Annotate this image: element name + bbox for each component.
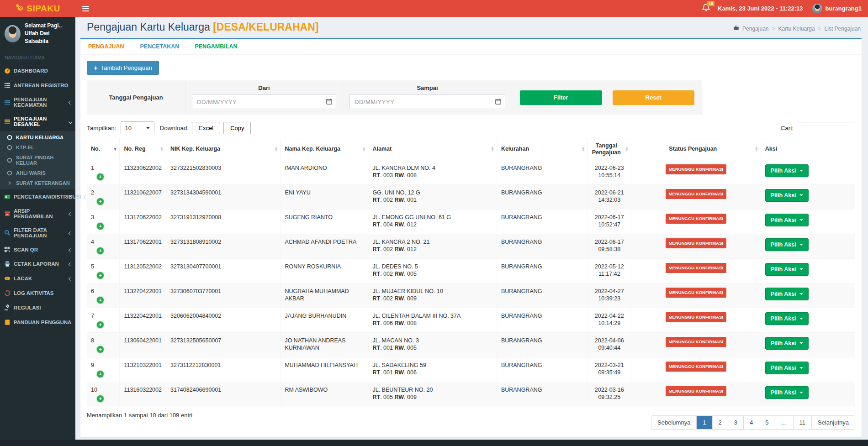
cell-status: MENUNGGU KONFIRMASI: [631, 234, 761, 259]
sidebar-item-log-aktivitas[interactable]: LOG AKTIVITAS: [0, 286, 75, 300]
sidebar-item-lacak[interactable]: LACAK: [0, 271, 75, 286]
expand-row-icon[interactable]: +: [97, 346, 104, 353]
app-logo[interactable]: SIPAKU: [0, 0, 75, 17]
expand-row-icon[interactable]: +: [97, 321, 104, 328]
cell-no-reg: 113210322001: [120, 357, 166, 382]
caret-down-icon: [799, 268, 803, 270]
reset-button[interactable]: Reset: [613, 90, 695, 105]
column-header-nik-kep-keluarga[interactable]: NIK Kep. Keluarga▲▼: [166, 138, 280, 160]
notifications-button[interactable]: 18: [702, 3, 710, 14]
table-row: 4+1131706220013273131808910002ACHMAD AFA…: [87, 234, 855, 259]
cell-alamat: JL. MUJAER KIDUL NO. 10RT. 002 RW. 009: [368, 283, 497, 308]
cell-nama: SUGENG RIANTO: [281, 210, 368, 234]
page-item-5[interactable]: 5: [759, 416, 774, 429]
page-item-sebelumnya[interactable]: Sebelumnya: [651, 416, 696, 429]
tab-pengambilan[interactable]: PENGAMBILAN: [187, 39, 245, 54]
pilih-aksi-button[interactable]: Pilih Aksi: [765, 362, 809, 374]
sidebar-item-panduan-pengguna[interactable]: PANDUAN PENGGUNA: [0, 315, 75, 330]
tab-pencetakan[interactable]: PENCETAKAN: [132, 39, 187, 54]
pilih-aksi-button[interactable]: Pilih Aksi: [765, 238, 809, 251]
column-header-alamat[interactable]: Alamat▲▼: [368, 138, 497, 160]
cell-aksi: Pilih Aksi: [761, 283, 855, 308]
search-input[interactable]: [797, 122, 855, 134]
expand-row-icon[interactable]: +: [97, 395, 104, 402]
sort-icon: ▲▼: [275, 146, 278, 152]
cell-no-reg: 113170622002: [120, 210, 166, 234]
expand-row-icon[interactable]: +: [97, 198, 104, 205]
date-filter-panel: Tanggal Pengajuan Dari Sampai: [87, 80, 702, 115]
cell-aksi: Pilih Aksi: [761, 185, 855, 210]
pilih-aksi-button[interactable]: Pilih Aksi: [765, 214, 809, 226]
pilih-aksi-button[interactable]: Pilih Aksi: [765, 189, 809, 202]
sidebar-item-antrean-registro[interactable]: ANTREAN REGISTRO: [0, 78, 75, 93]
cell-nama: ACHMAD AFANDI POETRA: [281, 234, 368, 259]
cell-tanggal: 2022-04-2710:39:23: [587, 283, 631, 308]
column-header-status-pengajuan[interactable]: Status Pengajuan▲▼: [631, 138, 761, 160]
sidebar-item-arsip-pengambilan[interactable]: ARSIP PENGAMBILAN: [0, 204, 75, 223]
sidebar-subitem-surat-keterangan[interactable]: SURAT KETERANGAN: [0, 178, 75, 188]
pilih-aksi-button[interactable]: Pilih Aksi: [765, 263, 809, 276]
page-item-3[interactable]: 3: [728, 416, 743, 429]
tab-pengajuan[interactable]: PENGAJUAN: [80, 39, 132, 54]
sidebar-item-regulasi[interactable]: REGULASI: [0, 300, 75, 315]
cell-no: 2+: [87, 185, 120, 210]
expand-row-icon[interactable]: +: [97, 297, 104, 304]
sidebar-toggle-button[interactable]: [80, 3, 91, 14]
column-header-no-[interactable]: No.▼: [87, 138, 120, 160]
user-menu[interactable]: burangrang1: [812, 4, 862, 14]
sidebar-subitem-ahli-waris[interactable]: AHLI WARIS: [0, 168, 75, 178]
sidebar-item-pengajuan-kecamatan[interactable]: PENGAJUAN KECAMATAN: [0, 93, 75, 112]
sidebar-item-filter-data-pengajuan[interactable]: FILTER DATA PENGAJUAN: [0, 223, 75, 242]
page-length-select[interactable]: 10: [121, 121, 154, 134]
cell-aksi: Pilih Aksi: [761, 382, 855, 407]
page-item-11[interactable]: 11: [793, 416, 812, 429]
filter-button[interactable]: Filter: [520, 90, 602, 105]
bars-blue-icon: [4, 99, 11, 105]
copy-button[interactable]: Copy: [223, 122, 251, 134]
caret-down-icon: [799, 244, 803, 246]
breadcrumb-kartu-keluarga[interactable]: Kartu Keluarga: [778, 26, 815, 32]
column-header-tanggal-pengajuan[interactable]: Tanggal Pengajuan▲▼: [587, 138, 631, 160]
page-item-4[interactable]: 4: [743, 416, 759, 429]
expand-row-icon[interactable]: +: [97, 371, 104, 378]
book-icon: [4, 319, 11, 325]
sort-icon: ▲▼: [362, 146, 366, 152]
sidebar-item-cetak-laporan[interactable]: CETAK LAPORAN: [0, 257, 75, 271]
pilih-aksi-button[interactable]: Pilih Aksi: [765, 288, 809, 300]
column-header-kelurahan[interactable]: Kelurahan▲▼: [497, 138, 587, 160]
sidebar-subitem-ktp-el[interactable]: KTP-EL: [0, 142, 75, 152]
pilih-aksi-button[interactable]: Pilih Aksi: [765, 337, 809, 350]
sidebar-item-scan-qr[interactable]: SCAN QR: [0, 242, 75, 257]
pilih-aksi-button[interactable]: Pilih Aksi: [765, 164, 809, 177]
sidebar-item-pencetakan-distribusi[interactable]: PENCETAKAN/DISTRIBUSI: [0, 189, 75, 204]
cell-aksi: Pilih Aksi: [761, 210, 855, 234]
date-to-input[interactable]: [349, 94, 505, 109]
sidebar-subitem-surat-pindah-keluar[interactable]: SURAT PINDAH KELUAR: [0, 152, 75, 168]
date-from-input[interactable]: [192, 94, 336, 109]
chevron-left-icon: [69, 247, 72, 252]
cell-nama: NUGRAHA MUHAMMAD AKBAR: [281, 283, 368, 308]
excel-export-button[interactable]: Excel: [192, 122, 220, 134]
sidebar-item-dashboard[interactable]: DASHBOARD: [0, 63, 75, 78]
pilih-aksi-button[interactable]: Pilih Aksi: [765, 312, 809, 325]
expand-row-icon[interactable]: +: [97, 272, 104, 279]
expand-row-icon[interactable]: +: [97, 173, 104, 180]
page-item-selanjutnya[interactable]: Selanjutnya: [811, 416, 855, 429]
cell-no-reg: 113170622001: [120, 234, 166, 259]
cell-tanggal: 2022-06-1710:52:47: [587, 210, 631, 234]
expand-row-icon[interactable]: +: [97, 247, 104, 254]
page-item-1[interactable]: 1: [696, 416, 712, 429]
page-item-2[interactable]: 2: [712, 416, 728, 429]
pilih-aksi-button[interactable]: Pilih Aksi: [765, 386, 809, 399]
add-pengajuan-button[interactable]: + Tambah Pengajuan: [87, 61, 159, 75]
cell-nama: MUHAMMAD HILFIANSYAH: [281, 357, 368, 382]
column-header-no-reg[interactable]: No. Reg▲▼: [120, 138, 166, 160]
cell-nik: 3206062004840002: [166, 308, 280, 333]
column-header-nama-kep-keluarga[interactable]: Nama Kep. Keluarga▲▼: [281, 138, 368, 160]
sidebar-subitem-kartu-keluarga[interactable]: KARTU KELUARGA: [0, 132, 75, 142]
breadcrumb-pengajuan[interactable]: Pengajuan: [742, 26, 768, 32]
table-head-row: No.▼No. Reg▲▼NIK Kep. Keluarga▲▼Nama Kep…: [87, 138, 855, 160]
sidebar-item-pengajuan-desa-kel[interactable]: PENGAJUAN DESA/KEL: [0, 112, 75, 131]
expand-row-icon[interactable]: +: [97, 223, 104, 230]
gavel-icon: [4, 304, 11, 311]
